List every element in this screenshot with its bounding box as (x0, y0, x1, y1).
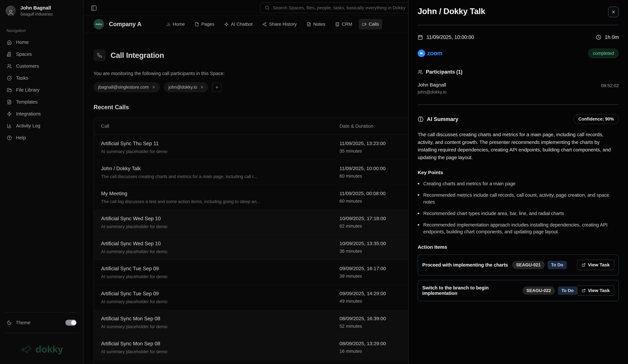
participant-chip[interactable]: john@dokky.io ✕ (164, 82, 208, 92)
search-icon (265, 5, 270, 10)
sidebar-item-home[interactable]: Home (5, 36, 78, 48)
participant-row: John Bagnall john@dokky.io 09:52:02 (418, 82, 619, 95)
sidebar-item-integrations[interactable]: Integrations (5, 108, 78, 120)
chart-icon (166, 22, 170, 26)
confidence-badge: Confidence: 90% (573, 114, 619, 124)
sidebar-nav: Home Spaces Customers Tasks File Library… (5, 36, 78, 144)
divider (418, 25, 619, 25)
table-row[interactable]: John / Dokky TalkThe call discusses crea… (94, 160, 412, 185)
sidebar-item-activity-log[interactable]: Activity Log (5, 120, 78, 132)
logo-text: dokky (35, 344, 63, 355)
check-circle-icon (7, 76, 12, 81)
close-panel-button[interactable] (608, 6, 619, 17)
table-row[interactable]: My MeetingThe call log discusses a test … (94, 185, 412, 210)
table-row[interactable]: Artificial Sync Mon Sep 08AI summary pla… (94, 335, 412, 360)
users-icon (418, 70, 423, 74)
table-row[interactable]: Artificial Sync Mon Sep 08AI summary pla… (94, 310, 412, 335)
view-task-button[interactable]: View Task (577, 285, 614, 296)
sidebar-item-tasks[interactable]: Tasks (5, 72, 78, 84)
brain-icon (418, 116, 424, 122)
close-icon (611, 10, 616, 14)
call-duration: 1h 0m (605, 34, 619, 40)
column-header-call: Call (101, 124, 339, 129)
sidebar-item-templates[interactable]: Templates (5, 96, 78, 108)
tab-ai-chatbot[interactable]: AI Chatbot (221, 19, 256, 29)
remove-participant-icon[interactable]: ✕ (200, 85, 204, 90)
column-header-date: Date & Duration (339, 124, 405, 129)
zoom-brand: zoom (418, 50, 442, 57)
participant-email: john@dokky.io (418, 90, 447, 95)
sidebar-item-help[interactable]: Help (5, 132, 78, 144)
app-logo: dokky (5, 336, 78, 359)
sidebar: John Bagnall Seagull Industries Navigati… (0, 0, 84, 364)
file-text-icon (7, 100, 12, 104)
action-item-card: Switch to the branch to begin implementa… (418, 280, 619, 301)
tab-crm[interactable]: CRM (332, 19, 356, 29)
note-icon (307, 22, 311, 26)
action-items-title: Action Items (418, 244, 619, 250)
table-row[interactable]: Artificial Sync Wed Sep 10AI summary pla… (94, 210, 412, 235)
status-badge: completed (588, 48, 619, 58)
users-icon (7, 64, 12, 69)
zap-icon (7, 112, 12, 116)
theme-label: Theme (16, 320, 30, 325)
app-window: John Bagnall Seagull Industries Navigati… (0, 0, 628, 364)
table-row[interactable]: Artificial Sync Tue Sep 09AI summary pla… (94, 285, 412, 310)
home-icon (7, 40, 12, 45)
sidebar-item-file-library[interactable]: File Library (5, 84, 78, 96)
status-badge: To Do (558, 287, 577, 295)
participant-name: John Bagnall (418, 82, 447, 88)
person-icon (7, 9, 14, 16)
call-detail-panel: John / Dokky Talk 11/09/2025, 10:00:00 1… (408, 0, 628, 364)
page-title: Call Integration (111, 51, 164, 60)
user-name: John Bagnall (20, 5, 53, 11)
ai-summary-text: The call discusses creating charts and m… (418, 131, 619, 161)
tab-pages[interactable]: Pages (191, 19, 218, 29)
workspace-avatar[interactable]: dokky (93, 19, 104, 29)
add-participant-button[interactable] (212, 82, 222, 92)
view-task-button[interactable]: View Task (577, 260, 614, 270)
plus-icon (215, 85, 219, 89)
bar-chart-icon (7, 124, 12, 128)
ai-summary-title: AI Summary (427, 116, 458, 122)
call-detail-title: John / Dokky Talk (418, 6, 485, 16)
table-row[interactable]: Artificial Sync Thu Sep 11AI summary pla… (94, 135, 412, 160)
sparkles-icon (224, 22, 229, 26)
workspace-tabs: Home Pages AI Chatbot Share History Note… (163, 19, 382, 29)
theme-row: Theme (5, 315, 78, 330)
user-avatar (5, 5, 16, 16)
tab-home[interactable]: Home (163, 19, 188, 29)
theme-toggle[interactable] (65, 320, 77, 326)
sidebar-item-spaces[interactable]: Spaces (5, 48, 78, 60)
help-circle-icon (7, 135, 12, 140)
external-link-icon (582, 289, 586, 292)
workspace-name: Company A (109, 21, 142, 28)
sidebar-toggle-button[interactable] (90, 4, 98, 12)
ticket-badge: SEAGU-021 (512, 261, 545, 269)
zoom-logo-icon (418, 50, 425, 57)
tab-share-history[interactable]: Share History (259, 19, 300, 29)
table-row[interactable]: Artificial Sync Wed Sep 10AI summary pla… (94, 235, 412, 260)
phone-icon-box (93, 49, 106, 61)
file-icon (195, 22, 199, 26)
nav-section-label: Navigation (6, 28, 78, 33)
key-point: Recommended chart types include area, ba… (418, 210, 619, 217)
status-badge: To Do (548, 261, 567, 269)
participant-chip[interactable]: jbagnall@singlestore.com ✕ (93, 82, 160, 92)
key-point: Recommended implementation approach incl… (418, 221, 619, 235)
table-row[interactable]: Artificial Sync Tue Sep 09AI summary pla… (94, 260, 412, 285)
video-icon (362, 22, 367, 26)
phone-icon (97, 53, 102, 58)
share-icon (262, 22, 267, 26)
action-item-card: Proceed with implementing the charts SEA… (418, 254, 619, 275)
folder-open-icon (7, 88, 12, 92)
seagull-logo-icon (20, 344, 34, 355)
table-row[interactable]: Artificial Sync Sun Sep 07AI summary pla… (94, 360, 412, 364)
user-profile[interactable]: John Bagnall Seagull Industries (5, 5, 78, 16)
recent-calls-table: Call Date & Duration Artificial Sync Thu… (93, 118, 412, 364)
tab-calls[interactable]: Calls (359, 19, 382, 29)
panel-left-icon (91, 5, 97, 11)
sidebar-item-customers[interactable]: Customers (5, 60, 78, 72)
tab-notes[interactable]: Notes (303, 19, 328, 29)
remove-participant-icon[interactable]: ✕ (152, 85, 155, 90)
